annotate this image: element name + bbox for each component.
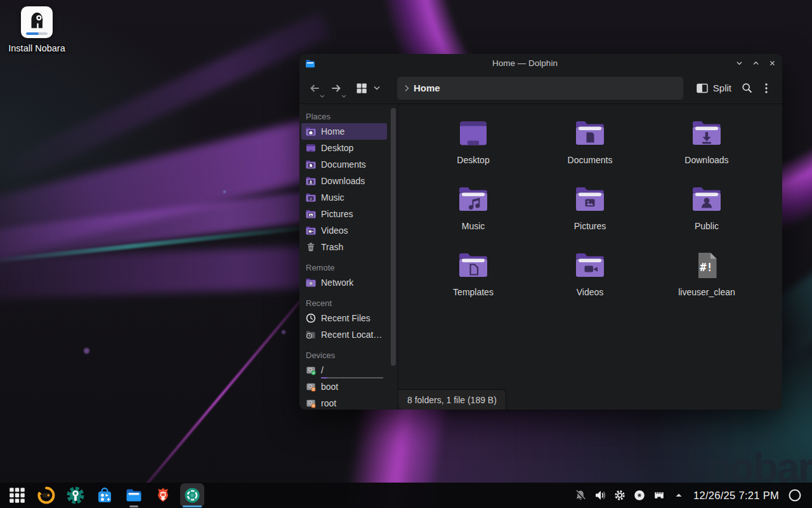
file-item-documents[interactable]: Documents	[532, 114, 648, 180]
folder-music-small-icon: ♪	[305, 192, 317, 203]
menu-button[interactable]	[757, 79, 776, 98]
show-desktop-ring-icon	[788, 488, 802, 502]
file-item-public[interactable]: Public	[648, 180, 765, 246]
file-item-templates[interactable]: Templates	[415, 246, 532, 312]
notifications-muted-icon	[574, 489, 587, 502]
sidebar-item-documents[interactable]: Documents	[301, 156, 387, 173]
sidebar-section-label-devices: Devices	[306, 351, 389, 360]
dolphin-icon	[124, 486, 143, 505]
script-file-icon: #!	[689, 248, 724, 283]
scrollbar-thumb[interactable]	[391, 108, 396, 366]
sidebar-item-label: Pictures	[321, 209, 353, 219]
sidebar-item-boot[interactable]: boot	[301, 378, 387, 395]
taskbar-screenshot-tool-button[interactable]	[180, 483, 204, 507]
chevron-down-icon	[320, 95, 325, 98]
sidebar-item-desktop[interactable]: Desktop	[301, 140, 387, 156]
disk-mounted-icon	[305, 364, 317, 376]
folder-videos-icon	[572, 248, 608, 283]
tray-notifications-muted-button[interactable]	[572, 487, 589, 504]
disk-unmounted-icon	[305, 381, 317, 392]
sidebar-item-trash[interactable]: Trash	[301, 239, 387, 255]
search-button[interactable]	[738, 79, 757, 98]
sidebar-item-label: Music	[321, 192, 344, 203]
folder-documents-small-icon	[305, 159, 317, 170]
clock[interactable]: 12/26/25 7:21 PM	[693, 490, 779, 502]
back-button[interactable]	[306, 79, 324, 98]
sidebar-section-label-recent: Recent	[306, 298, 389, 308]
file-item-downloads[interactable]: Downloads	[648, 114, 765, 180]
window-content: PlacesHomeDesktopDocumentsDownloads♪Musi…	[299, 104, 782, 410]
file-item-pictures[interactable]: Pictures	[532, 180, 648, 246]
chevron-up-icon	[752, 59, 760, 67]
taskbar-brave-button[interactable]	[151, 483, 175, 507]
sidebar-item-label: /	[321, 365, 324, 375]
expand-tray-icon	[674, 490, 684, 500]
folder-downloads-icon	[689, 116, 724, 151]
folder-pictures-small-icon	[305, 208, 317, 220]
split-view-icon	[696, 83, 709, 94]
install-nobara-shortcut[interactable]: Install Nobara	[5, 6, 69, 53]
taskbar-dolphin-button[interactable]	[122, 483, 146, 507]
sidebar-item-videos[interactable]: Videos	[301, 222, 387, 239]
sidebar-item-home[interactable]: Home	[301, 123, 387, 140]
brave-icon	[154, 486, 173, 505]
file-view[interactable]: DesktopDocumentsDownloadsMusicPicturesPu…	[398, 104, 782, 410]
sidebar-item-pictures[interactable]: Pictures	[301, 206, 387, 222]
breadcrumb[interactable]: Home	[414, 83, 440, 93]
file-item-videos[interactable]: Videos	[532, 246, 648, 312]
sidebar-item-drive-0[interactable]: /	[301, 362, 387, 378]
chevron-down-icon	[373, 86, 381, 91]
titlebar[interactable]: Home — Dolphin	[299, 54, 782, 72]
tray-volume-button[interactable]	[592, 487, 608, 504]
file-item-desktop[interactable]: Desktop	[415, 114, 532, 180]
sidebar-item-label: Videos	[321, 225, 348, 236]
svg-text:♪: ♪	[310, 196, 312, 201]
tray-disc-button[interactable]	[631, 487, 648, 504]
minimize-button[interactable]	[734, 58, 744, 69]
taskbar-app-launcher-button[interactable]	[5, 483, 29, 507]
app-launcher-icon	[8, 486, 26, 504]
dolphin-window: Home — Dolphin	[299, 54, 782, 410]
maximize-button[interactable]	[750, 58, 761, 69]
file-item-liveuser-clean[interactable]: #!liveuser_clean	[648, 246, 765, 312]
search-icon	[741, 82, 754, 95]
sidebar-item-recent-locat[interactable]: Recent Locat…	[301, 326, 387, 343]
wallpaper-dot	[223, 190, 226, 193]
chevron-down-icon	[735, 59, 743, 67]
folder-pictures-icon	[572, 182, 608, 217]
location-bar[interactable]: Home	[397, 77, 683, 100]
close-button[interactable]	[767, 58, 777, 69]
tray-expand-tray-button[interactable]	[671, 487, 687, 504]
svg-text:#!: #!	[700, 261, 712, 274]
sidebar-item-label: Downloads	[321, 176, 365, 186]
wallpaper-dot	[84, 348, 89, 354]
sidebar-item-downloads[interactable]: Downloads	[301, 173, 387, 189]
show-desktop-button[interactable]	[787, 487, 803, 504]
view-mode-button[interactable]	[355, 82, 381, 95]
forward-button[interactable]	[327, 79, 345, 98]
split-button[interactable]: Split	[696, 83, 731, 94]
chevron-right-icon	[403, 84, 410, 92]
icon-view-grid-icon	[355, 82, 368, 95]
sidebar-item-root[interactable]: root	[301, 395, 387, 410]
recent-locations-icon	[305, 329, 317, 340]
sidebar-item-label: Home	[321, 126, 344, 137]
status-bar: 8 folders, 1 file (189 B)	[398, 389, 506, 410]
close-icon	[768, 59, 776, 67]
file-item-music[interactable]: Music	[415, 180, 532, 246]
sidebar-section-label-remote: Remote	[306, 263, 389, 272]
taskbar-update-tool-button[interactable]	[34, 483, 58, 507]
sidebar-item-recent-files[interactable]: Recent Files	[301, 310, 387, 326]
folder-downloads-small-icon	[305, 175, 317, 187]
taskbar-discover-button[interactable]	[93, 483, 117, 507]
sidebar-item-music[interactable]: ♪Music	[301, 189, 387, 206]
sidebar-scrollbar	[389, 104, 398, 410]
install-nobara-label: Install Nobara	[5, 43, 69, 53]
sidebar-item-network[interactable]: Network	[301, 274, 387, 291]
update-tool-icon	[37, 486, 56, 505]
tray-brightness-gear-button[interactable]	[612, 487, 628, 504]
task-indicator-open	[129, 505, 138, 507]
taskbar-driver-tool-button[interactable]	[63, 483, 88, 507]
tray-wired-network-button[interactable]	[651, 487, 667, 504]
split-label: Split	[713, 83, 731, 93]
